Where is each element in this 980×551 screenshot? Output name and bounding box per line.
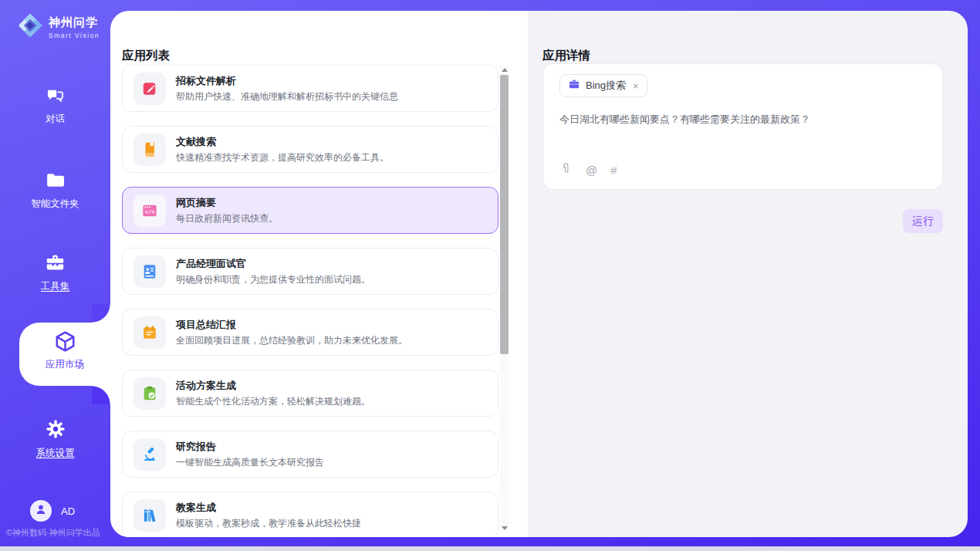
question-text[interactable]: 今日湖北有哪些新闻要点？有哪些需要关注的最新政策？: [559, 112, 927, 127]
app-desc: 每日政府新闻资讯快查。: [176, 212, 278, 225]
toolbox-icon: [45, 262, 66, 276]
clipboard-check-icon: [133, 377, 166, 410]
sidebar-item-label: 智能文件夹: [0, 198, 110, 211]
app-list-scrollbar[interactable]: [500, 65, 509, 532]
sidebar-item-label: 应用市场: [19, 358, 110, 371]
scroll-up-icon: [502, 68, 508, 72]
app-name: 教案生成: [176, 501, 361, 515]
app-desc: 帮助用户快速、准确地理解和解析招标书中的关键信息: [176, 90, 398, 103]
app-card-literature-search[interactable]: 文献搜索 快速精准查找学术资源，提高研究效率的必备工具。: [122, 126, 498, 173]
account-row[interactable]: AD: [30, 500, 75, 522]
gem-logo-icon: [16, 12, 44, 42]
app-name: 项目总结汇报: [176, 318, 407, 332]
app-name: 活动方案生成: [176, 379, 370, 393]
run-button[interactable]: 运行: [903, 209, 943, 233]
brand-name: 神州问学: [49, 15, 98, 29]
sidebar-item-chat[interactable]: 对话: [0, 85, 110, 126]
sidebar-item-label: 对话: [0, 113, 110, 126]
app-name: 网页摘要: [176, 196, 278, 210]
app-desc: 模板驱动，教案秒成，教学准备从此轻松快捷: [176, 517, 361, 530]
brand-subtitle: Smart Vision: [49, 32, 100, 39]
app-desc: 快速精准查找学术资源，提高研究效率的必备工具。: [176, 151, 389, 164]
note-icon: [133, 316, 166, 349]
app-desc: 一键智能生成高质量长文本研究报告: [176, 456, 324, 469]
tool-tag-bing-search[interactable]: Bing搜索 ×: [559, 74, 647, 97]
avatar: [30, 500, 52, 522]
app-card-activity-plan[interactable]: 活动方案生成 智能生成个性化活动方案，轻松解决规划难题。: [122, 370, 498, 417]
app-detail-panel: 应用详情 Bing搜索 × 今日湖北有哪些新闻要点？有哪些需要关注的最新政策？: [528, 11, 968, 537]
attachment-bar: @ #: [559, 161, 617, 179]
active-tab-notch-bottom: [92, 386, 110, 404]
cube-icon: [53, 330, 77, 357]
app-card-list: 招标文件解析 帮助用户快速、准确地理解和解析招标书中的关键信息 文献搜索: [122, 65, 498, 537]
account-initials: AD: [61, 505, 75, 517]
sidebar-item-smart-folder[interactable]: 智能文件夹: [0, 170, 110, 211]
app-list-panel: 应用列表 招标文件解析 帮助用户快速、准确地理解和解析招标书中的关键信息: [110, 11, 528, 537]
briefcase-icon: [568, 78, 580, 93]
active-tab-notch-top: [92, 304, 110, 323]
app-name: 研究报告: [176, 440, 324, 454]
copyright-text: ©神州数码·神州问学出品: [6, 527, 100, 539]
book-icon: [133, 134, 166, 166]
gear-icon: [45, 429, 66, 442]
browser-code-icon: </>: [133, 194, 166, 227]
app-card-project-summary[interactable]: 项目总结汇报 全面回顾项目进展，总结经验教训，助力未来优化发展。: [122, 309, 498, 356]
brand-logo: 神州问学 Smart Vision: [16, 12, 100, 42]
books-icon: [133, 499, 166, 532]
app-name: 文献搜索: [176, 135, 389, 149]
app-desc: 智能生成个性化活动方案，轻松解决规划难题。: [176, 395, 370, 408]
code-glyph: </>: [145, 209, 154, 215]
tool-tag-label: Bing搜索: [586, 79, 626, 93]
folder-icon: [45, 180, 66, 193]
scroll-up-button[interactable]: [500, 65, 509, 74]
pen-square-icon: [133, 73, 166, 105]
app-desc: 明确身份和职责，为您提供专业性的面试问题。: [176, 273, 370, 286]
chat-icon: [45, 95, 66, 108]
microscope-icon: [133, 438, 166, 471]
sidebar: 神州问学 Smart Vision 对话 智能文件夹: [0, 0, 110, 546]
app-card-lesson-plan[interactable]: 教案生成 模板驱动，教案秒成，教学准备从此轻松快捷: [122, 492, 498, 537]
app-detail-title: 应用详情: [542, 48, 590, 64]
app-name: 产品经理面试官: [176, 257, 370, 271]
sidebar-item-toolset[interactable]: 工具集: [0, 252, 110, 293]
app-card-pm-interviewer[interactable]: 产品经理面试官 明确身份和职责，为您提供专业性的面试问题。: [122, 248, 498, 295]
prompt-input-card[interactable]: Bing搜索 × 今日湖北有哪些新闻要点？有哪些需要关注的最新政策？ @ #: [542, 63, 943, 190]
app-name: 招标文件解析: [176, 74, 398, 88]
person-icon: [34, 502, 48, 519]
sidebar-item-settings[interactable]: 系统设置: [0, 418, 110, 460]
sidebar-item-label: 工具集: [0, 280, 110, 293]
close-icon[interactable]: ×: [633, 80, 639, 92]
sidebar-item-app-market[interactable]: 应用市场: [19, 323, 110, 386]
app-card-research-report[interactable]: 研究报告 一键智能生成高质量长文本研究报告: [122, 431, 498, 478]
scrollbar-thumb[interactable]: [500, 75, 509, 354]
resume-icon: [133, 255, 166, 288]
app-list-title: 应用列表: [122, 48, 170, 64]
scroll-down-icon: [502, 526, 508, 530]
content-area: 应用列表 招标文件解析 帮助用户快速、准确地理解和解析招标书中的关键信息: [110, 11, 968, 537]
sidebar-item-label: 系统设置: [0, 447, 110, 460]
app-card-web-summary[interactable]: </> 网页摘要 每日政府新闻资讯快查。: [122, 187, 498, 234]
app-desc: 全面回顾项目进展，总结经验教训，助力未来优化发展。: [176, 334, 407, 347]
mention-icon[interactable]: @: [586, 164, 597, 177]
app-window: 神州问学 Smart Vision 对话 智能文件夹: [0, 0, 980, 551]
scroll-down-button[interactable]: [500, 523, 509, 532]
app-card-bid-parse[interactable]: 招标文件解析 帮助用户快速、准确地理解和解析招标书中的关键信息: [122, 65, 498, 112]
hash-icon[interactable]: #: [610, 164, 617, 177]
paperclip-icon[interactable]: [559, 161, 573, 179]
